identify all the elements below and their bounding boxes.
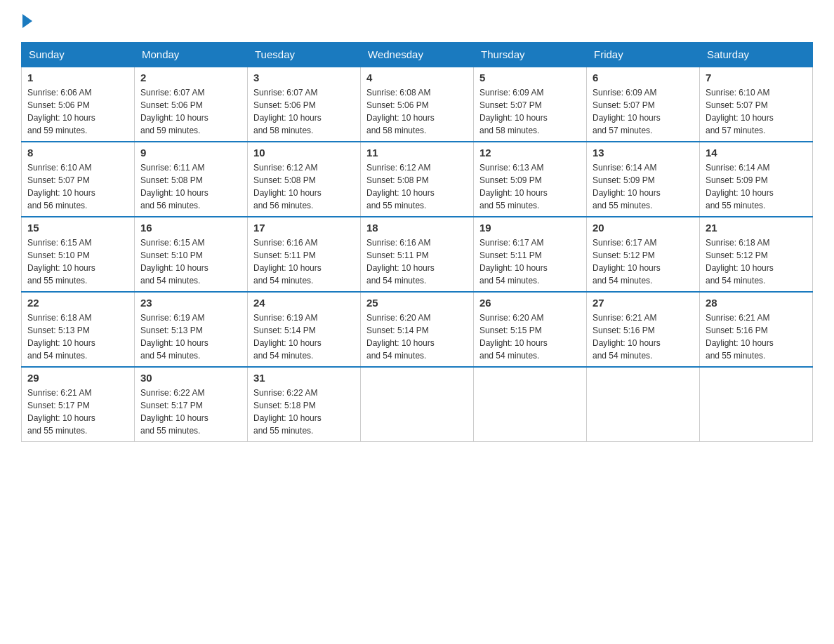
week-row-5: 29Sunrise: 6:21 AMSunset: 5:17 PMDayligh… bbox=[22, 367, 813, 442]
calendar-cell: 27Sunrise: 6:21 AMSunset: 5:16 PMDayligh… bbox=[587, 292, 700, 367]
calendar-cell: 23Sunrise: 6:19 AMSunset: 5:13 PMDayligh… bbox=[135, 292, 248, 367]
calendar-cell: 17Sunrise: 6:16 AMSunset: 5:11 PMDayligh… bbox=[248, 217, 361, 292]
day-number: 10 bbox=[253, 147, 355, 159]
day-info: Sunrise: 6:19 AMSunset: 5:14 PMDaylight:… bbox=[253, 311, 355, 362]
calendar-cell: 19Sunrise: 6:17 AMSunset: 5:11 PMDayligh… bbox=[474, 217, 587, 292]
day-info: Sunrise: 6:12 AMSunset: 5:08 PMDaylight:… bbox=[366, 161, 468, 212]
calendar-cell: 28Sunrise: 6:21 AMSunset: 5:16 PMDayligh… bbox=[700, 292, 813, 367]
logo bbox=[21, 14, 32, 28]
day-number: 1 bbox=[27, 72, 128, 83]
day-number: 7 bbox=[706, 72, 807, 83]
header-tuesday: Tuesday bbox=[248, 43, 361, 67]
calendar-cell bbox=[700, 367, 813, 442]
calendar-body: 1Sunrise: 6:06 AMSunset: 5:06 PMDaylight… bbox=[22, 67, 813, 442]
day-info: Sunrise: 6:16 AMSunset: 5:11 PMDaylight:… bbox=[366, 236, 468, 287]
day-info: Sunrise: 6:19 AMSunset: 5:13 PMDaylight:… bbox=[140, 311, 241, 362]
calendar-header: SundayMondayTuesdayWednesdayThursdayFrid… bbox=[22, 43, 813, 67]
day-info: Sunrise: 6:12 AMSunset: 5:08 PMDaylight:… bbox=[253, 161, 355, 212]
calendar-cell bbox=[361, 367, 474, 442]
day-number: 26 bbox=[479, 297, 581, 309]
day-number: 30 bbox=[140, 372, 241, 384]
day-info: Sunrise: 6:14 AMSunset: 5:09 PMDaylight:… bbox=[593, 161, 694, 212]
day-number: 14 bbox=[706, 147, 807, 159]
calendar-cell: 11Sunrise: 6:12 AMSunset: 5:08 PMDayligh… bbox=[361, 142, 474, 217]
day-number: 24 bbox=[253, 297, 355, 309]
day-info: Sunrise: 6:20 AMSunset: 5:14 PMDaylight:… bbox=[366, 311, 468, 362]
calendar-cell: 7Sunrise: 6:10 AMSunset: 5:07 PMDaylight… bbox=[700, 67, 813, 142]
day-number: 21 bbox=[706, 222, 807, 234]
calendar-cell: 29Sunrise: 6:21 AMSunset: 5:17 PMDayligh… bbox=[22, 367, 135, 442]
day-info: Sunrise: 6:17 AMSunset: 5:12 PMDaylight:… bbox=[593, 236, 694, 287]
day-info: Sunrise: 6:11 AMSunset: 5:08 PMDaylight:… bbox=[140, 161, 241, 212]
week-row-1: 1Sunrise: 6:06 AMSunset: 5:06 PMDaylight… bbox=[22, 67, 813, 142]
day-number: 27 bbox=[593, 297, 694, 309]
day-number: 16 bbox=[140, 222, 241, 234]
day-number: 18 bbox=[366, 222, 468, 234]
calendar-cell: 31Sunrise: 6:22 AMSunset: 5:18 PMDayligh… bbox=[248, 367, 361, 442]
calendar-cell: 26Sunrise: 6:20 AMSunset: 5:15 PMDayligh… bbox=[474, 292, 587, 367]
day-number: 2 bbox=[140, 72, 241, 83]
day-number: 15 bbox=[27, 222, 128, 234]
calendar-cell bbox=[587, 367, 700, 442]
header-friday: Friday bbox=[587, 43, 700, 67]
day-number: 3 bbox=[253, 72, 355, 83]
day-number: 6 bbox=[593, 72, 694, 83]
week-row-4: 22Sunrise: 6:18 AMSunset: 5:13 PMDayligh… bbox=[22, 292, 813, 367]
calendar-cell: 18Sunrise: 6:16 AMSunset: 5:11 PMDayligh… bbox=[361, 217, 474, 292]
calendar-cell: 13Sunrise: 6:14 AMSunset: 5:09 PMDayligh… bbox=[587, 142, 700, 217]
day-number: 20 bbox=[593, 222, 694, 234]
calendar-cell: 12Sunrise: 6:13 AMSunset: 5:09 PMDayligh… bbox=[474, 142, 587, 217]
day-info: Sunrise: 6:22 AMSunset: 5:17 PMDaylight:… bbox=[140, 387, 241, 437]
calendar-cell: 16Sunrise: 6:15 AMSunset: 5:10 PMDayligh… bbox=[135, 217, 248, 292]
day-number: 5 bbox=[479, 72, 581, 83]
day-info: Sunrise: 6:09 AMSunset: 5:07 PMDaylight:… bbox=[593, 86, 694, 137]
day-info: Sunrise: 6:15 AMSunset: 5:10 PMDaylight:… bbox=[140, 236, 241, 287]
day-number: 23 bbox=[140, 297, 241, 309]
day-number: 25 bbox=[366, 297, 468, 309]
day-info: Sunrise: 6:14 AMSunset: 5:09 PMDaylight:… bbox=[706, 161, 807, 212]
day-number: 8 bbox=[27, 147, 128, 159]
calendar-cell: 1Sunrise: 6:06 AMSunset: 5:06 PMDaylight… bbox=[22, 67, 135, 142]
day-number: 11 bbox=[366, 147, 468, 159]
calendar-cell: 6Sunrise: 6:09 AMSunset: 5:07 PMDaylight… bbox=[587, 67, 700, 142]
header-wednesday: Wednesday bbox=[361, 43, 474, 67]
day-number: 22 bbox=[27, 297, 128, 309]
day-info: Sunrise: 6:21 AMSunset: 5:17 PMDaylight:… bbox=[27, 387, 128, 437]
calendar-cell: 8Sunrise: 6:10 AMSunset: 5:07 PMDaylight… bbox=[22, 142, 135, 217]
header-thursday: Thursday bbox=[474, 43, 587, 67]
calendar-cell: 22Sunrise: 6:18 AMSunset: 5:13 PMDayligh… bbox=[22, 292, 135, 367]
day-info: Sunrise: 6:15 AMSunset: 5:10 PMDaylight:… bbox=[27, 236, 128, 287]
day-number: 28 bbox=[706, 297, 807, 309]
calendar-cell: 4Sunrise: 6:08 AMSunset: 5:06 PMDaylight… bbox=[361, 67, 474, 142]
day-info: Sunrise: 6:07 AMSunset: 5:06 PMDaylight:… bbox=[140, 86, 241, 137]
calendar-cell: 24Sunrise: 6:19 AMSunset: 5:14 PMDayligh… bbox=[248, 292, 361, 367]
header-sunday: Sunday bbox=[22, 43, 135, 67]
day-info: Sunrise: 6:08 AMSunset: 5:06 PMDaylight:… bbox=[366, 86, 468, 137]
day-info: Sunrise: 6:18 AMSunset: 5:13 PMDaylight:… bbox=[27, 311, 128, 362]
calendar-cell: 14Sunrise: 6:14 AMSunset: 5:09 PMDayligh… bbox=[700, 142, 813, 217]
calendar-cell: 10Sunrise: 6:12 AMSunset: 5:08 PMDayligh… bbox=[248, 142, 361, 217]
day-number: 4 bbox=[366, 72, 468, 83]
day-info: Sunrise: 6:18 AMSunset: 5:12 PMDaylight:… bbox=[706, 236, 807, 287]
day-info: Sunrise: 6:21 AMSunset: 5:16 PMDaylight:… bbox=[593, 311, 694, 362]
calendar-cell: 3Sunrise: 6:07 AMSunset: 5:06 PMDaylight… bbox=[248, 67, 361, 142]
week-row-2: 8Sunrise: 6:10 AMSunset: 5:07 PMDaylight… bbox=[22, 142, 813, 217]
day-info: Sunrise: 6:21 AMSunset: 5:16 PMDaylight:… bbox=[706, 311, 807, 362]
day-number: 13 bbox=[593, 147, 694, 159]
logo-arrow-icon bbox=[22, 14, 32, 28]
day-number: 9 bbox=[140, 147, 241, 159]
day-number: 19 bbox=[479, 222, 581, 234]
calendar-table: SundayMondayTuesdayWednesdayThursdayFrid… bbox=[21, 42, 813, 442]
calendar-cell: 5Sunrise: 6:09 AMSunset: 5:07 PMDaylight… bbox=[474, 67, 587, 142]
day-info: Sunrise: 6:20 AMSunset: 5:15 PMDaylight:… bbox=[479, 311, 581, 362]
day-info: Sunrise: 6:17 AMSunset: 5:11 PMDaylight:… bbox=[479, 236, 581, 287]
calendar-cell: 9Sunrise: 6:11 AMSunset: 5:08 PMDaylight… bbox=[135, 142, 248, 217]
calendar-cell: 20Sunrise: 6:17 AMSunset: 5:12 PMDayligh… bbox=[587, 217, 700, 292]
calendar-cell: 30Sunrise: 6:22 AMSunset: 5:17 PMDayligh… bbox=[135, 367, 248, 442]
calendar-cell: 15Sunrise: 6:15 AMSunset: 5:10 PMDayligh… bbox=[22, 217, 135, 292]
header-saturday: Saturday bbox=[700, 43, 813, 67]
page-header bbox=[21, 14, 813, 28]
calendar-cell: 2Sunrise: 6:07 AMSunset: 5:06 PMDaylight… bbox=[135, 67, 248, 142]
calendar-cell: 25Sunrise: 6:20 AMSunset: 5:14 PMDayligh… bbox=[361, 292, 474, 367]
header-row: SundayMondayTuesdayWednesdayThursdayFrid… bbox=[22, 43, 813, 67]
